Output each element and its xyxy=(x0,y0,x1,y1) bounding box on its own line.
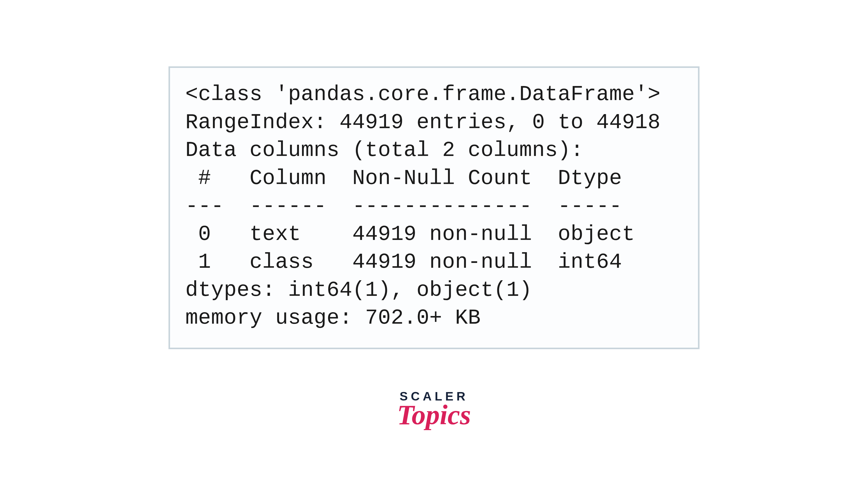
header-row: # Column Non-Null Count Dtype xyxy=(185,167,635,191)
dtypes-line: dtypes: int64(1), object(1) xyxy=(185,278,532,302)
column-row-0: 0 text 44919 non-null object xyxy=(185,222,635,246)
scaler-topics-logo: SCALER Topics xyxy=(397,389,471,428)
code-output-box: <class 'pandas.core.frame.DataFrame'> Ra… xyxy=(169,66,699,349)
memory-line: memory usage: 702.0+ KB xyxy=(185,306,481,330)
class-line: <class 'pandas.core.frame.DataFrame'> xyxy=(185,82,660,106)
logo-bottom-text: Topics xyxy=(397,402,471,428)
divider-row: --- ------ -------------- ----- xyxy=(185,194,635,218)
canvas: <class 'pandas.core.frame.DataFrame'> Ra… xyxy=(0,0,868,498)
data-columns-line: Data columns (total 2 columns): xyxy=(185,138,583,162)
code-output-text: <class 'pandas.core.frame.DataFrame'> Ra… xyxy=(185,81,683,332)
column-row-1: 1 class 44919 non-null int64 xyxy=(185,250,635,274)
range-index-line: RangeIndex: 44919 entries, 0 to 44918 xyxy=(185,110,660,134)
